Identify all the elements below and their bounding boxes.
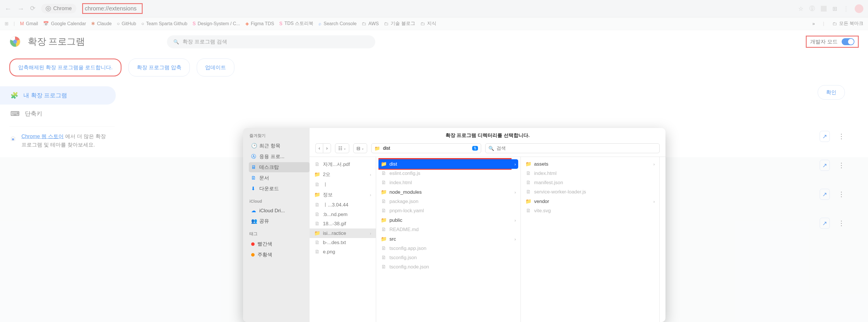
open-icon[interactable]: ↗ [820, 189, 830, 200]
item-name: index.html [390, 180, 412, 185]
bookmark-item[interactable]: STDS 스토리북 [279, 21, 313, 27]
open-icon[interactable]: ↗ [820, 131, 830, 142]
file-row[interactable]: 🗎package.json [376, 197, 521, 206]
bookmarks-overflow[interactable]: » [812, 21, 815, 26]
extensions-search[interactable]: 🔍 [167, 35, 375, 48]
file-row[interactable]: 🗎b-...des.txt [310, 238, 376, 247]
sidebar-shared[interactable]: 👥공유 [249, 216, 310, 226]
card-menu-icon[interactable]: ⋮ [838, 132, 845, 141]
file-icon: 🗎 [381, 208, 386, 214]
forward-button[interactable]: › [323, 143, 331, 153]
bookmark-item[interactable]: 📅Google Calendar [43, 21, 86, 26]
sidebar-desktop[interactable]: 🖥데스크탑 [249, 162, 310, 172]
sidebar-applications[interactable]: Ⓐ응용 프로... [249, 151, 310, 162]
view-columns-button[interactable]: ☷ ⌄ [335, 143, 349, 153]
confirm-button[interactable]: 확인 [818, 85, 845, 99]
folder-row[interactable]: 📁dist› [378, 159, 518, 169]
developer-mode: 개발자 모드 [806, 36, 859, 48]
sidebar-recent[interactable]: 🕑최근 항목 [249, 141, 310, 151]
bookmark-item[interactable]: 🗀기술 블로그 [384, 21, 415, 27]
item-name: b-...des.txt [323, 240, 346, 245]
address-bar[interactable]: chrome://extensions [82, 3, 143, 14]
path-selector[interactable]: 📁 dist ⇅ [371, 143, 481, 153]
sidebar-item-my-extensions[interactable]: 🧩 내 확장 프로그램 [0, 86, 116, 105]
finder-search[interactable]: 🔍 [485, 143, 660, 153]
apps-icon[interactable]: ⊞ [5, 21, 8, 26]
star-icon[interactable]: ☆ [798, 5, 804, 12]
card-menu-icon[interactable]: ⋮ [838, 190, 845, 198]
bookmark-item[interactable]: ○Team Sparta Github [141, 21, 187, 26]
chrome-chip[interactable]: Chrome [41, 4, 76, 13]
bookmark-item[interactable]: SDesign-System / C... [192, 21, 240, 26]
card-menu-icon[interactable]: ⋮ [838, 161, 845, 169]
dev-mode-toggle[interactable] [842, 38, 855, 45]
file-row[interactable]: 🗎manifest.json [521, 178, 659, 187]
bookmark-item[interactable]: ○GitHub [117, 21, 136, 26]
folder-row[interactable]: 📁2오› [310, 169, 376, 179]
card-menu-icon[interactable]: ⋮ [838, 219, 845, 227]
file-row[interactable]: 🗎자계...서.pdf [310, 159, 376, 169]
item-name: vendor [534, 199, 549, 204]
pack-extension-button[interactable]: 확장 프로그램 압축 [128, 58, 190, 77]
bookmark-item[interactable]: MGmail [20, 21, 38, 26]
sidebar-tag-red[interactable]: 빨간색 [249, 239, 310, 249]
folder-row[interactable]: 📁정보› [310, 190, 376, 200]
bookmark-item[interactable]: ⌕Search Console [318, 21, 356, 26]
file-row[interactable]: 🗎18...-38.gif [310, 219, 376, 229]
update-button[interactable]: 업데이트 [197, 58, 235, 77]
folder-row[interactable]: 📁public› [376, 215, 521, 225]
finder-sidebar: 즐겨찾기 🕑최근 항목 Ⓐ응용 프로... 🖥데스크탑 🗎문서 ⬇다운로드 iC… [243, 128, 310, 322]
sidebar-downloads[interactable]: ⬇다운로드 [249, 183, 310, 194]
forward-button[interactable]: → [18, 5, 24, 13]
sidebar-tag-orange[interactable]: 주황색 [249, 250, 310, 260]
open-icon[interactable]: ↗ [820, 218, 830, 229]
sidebar-documents[interactable]: 🗎문서 [249, 173, 310, 183]
file-row[interactable]: 🗎index.html [376, 178, 521, 187]
file-row[interactable]: 🗎service-worker-loader.js [521, 187, 659, 197]
file-row[interactable]: 🗎pnpm-lock.yaml [376, 206, 521, 215]
file-row[interactable]: 🗎ㅣ...3.04.44 [310, 200, 376, 210]
file-row[interactable]: 🗎tsconfig.json [376, 253, 521, 262]
folder-row[interactable]: 📁assets› [521, 159, 659, 169]
back-button[interactable]: ← [5, 5, 11, 13]
all-bookmarks[interactable]: 🗀모든 북마크 [832, 21, 863, 27]
file-row[interactable]: 🗎ㅣ [310, 179, 376, 190]
search-input[interactable] [183, 39, 369, 45]
avatar[interactable] [855, 4, 863, 13]
file-row[interactable]: 🗎README.md [376, 225, 521, 234]
bookmark-item[interactable]: 🗀지식 [421, 21, 436, 27]
item-name: tsconfig.json [390, 255, 417, 261]
folder-row[interactable]: 📁isi...ractice› [310, 229, 376, 238]
file-row[interactable]: 🗎tsconfig.node.json [376, 262, 521, 272]
file-row[interactable]: 🗎tsconfig.app.json [376, 244, 521, 253]
finder-columns: 🗎자계...서.pdf📁2오›🗎ㅣ📁정보›🗎ㅣ...3.04.44🗎:b...n… [310, 157, 665, 322]
bookmark-item[interactable]: ◈Figma TDS [245, 21, 274, 26]
folder-row[interactable]: 📁vendor› [521, 197, 659, 206]
sidebar-item-shortcuts[interactable]: ⌨ 단축키 [0, 105, 116, 123]
file-row[interactable]: 🗎e.png [310, 247, 376, 257]
adblock-icon[interactable] [821, 6, 827, 11]
item-name: index.html [534, 171, 556, 176]
sidebar-icloud-drive[interactable]: ☁iCloud Dri... [249, 206, 310, 215]
load-unpacked-button[interactable]: 압축해제된 확장 프로그램을 로드합니다. [9, 58, 122, 77]
reload-button[interactable]: ⟳ [30, 5, 35, 13]
file-row[interactable]: 🗎vite.svg [521, 206, 659, 215]
file-icon: 🗎 [314, 162, 320, 167]
file-row[interactable]: 🗎:b...nd.pem [310, 210, 376, 219]
more-icon[interactable]: ⋮ [843, 5, 849, 12]
file-row[interactable]: 🗎eslint.config.js [376, 169, 521, 178]
file-row[interactable]: 🗎index.html [521, 169, 659, 178]
back-button[interactable]: ‹ [315, 143, 323, 153]
finder-search-input[interactable] [496, 146, 656, 151]
folder-icon: 📁 [314, 171, 320, 177]
chrome-web-store-link[interactable]: Chrome 웹 스토어 [22, 134, 64, 139]
translate-icon[interactable]: ⓖ [809, 5, 815, 12]
extensions-icon[interactable]: ⊞ [832, 5, 837, 12]
open-icon[interactable]: ↗ [820, 160, 830, 171]
item-name: vite.svg [534, 208, 551, 214]
folder-row[interactable]: 📁node_modules› [376, 187, 521, 197]
bookmark-item[interactable]: 🗀AWS [362, 21, 379, 26]
folder-row[interactable]: 📁src› [376, 234, 521, 244]
bookmark-item[interactable]: ✱Claude [91, 21, 112, 26]
group-button[interactable]: ⊟ ⌄ [353, 143, 367, 153]
